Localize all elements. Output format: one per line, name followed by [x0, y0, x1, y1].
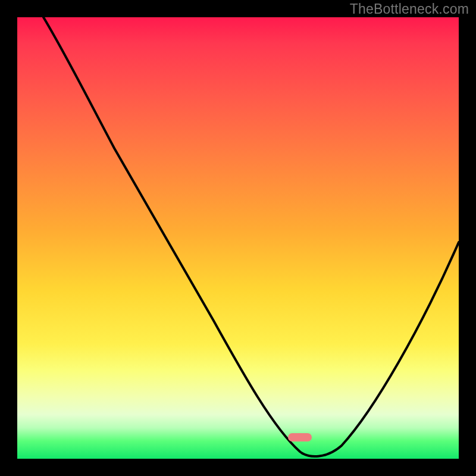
- watermark-text: TheBottleneck.com: [350, 1, 469, 17]
- optimal-marker: [288, 433, 312, 441]
- curve-path: [43, 17, 459, 456]
- chart-frame: TheBottleneck.com: [0, 0, 476, 476]
- bottleneck-curve: [17, 17, 459, 459]
- plot-area: [17, 17, 459, 459]
